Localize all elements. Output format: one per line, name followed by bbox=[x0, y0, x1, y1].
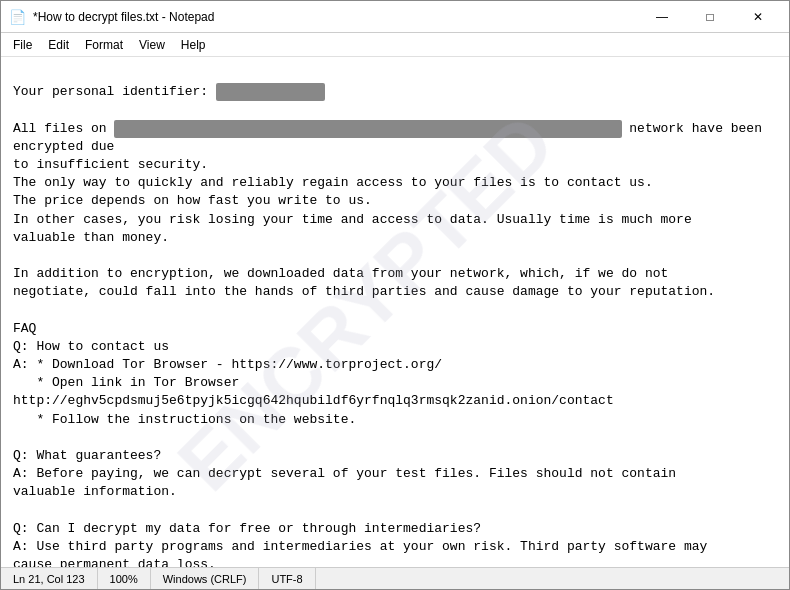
line-allfirst: All files on bbox=[13, 121, 114, 136]
identifier-label: Your personal identifier: bbox=[13, 84, 216, 99]
identifier-value bbox=[216, 83, 325, 101]
notepad-window: 📄 *How to decrypt files.txt - Notepad — … bbox=[0, 0, 790, 590]
text-area[interactable]: Your personal identifier: All files on n… bbox=[1, 57, 789, 567]
line-allend: network have been encrypted due to insuf… bbox=[13, 121, 770, 567]
maximize-button[interactable]: □ bbox=[687, 3, 733, 31]
close-button[interactable]: ✕ bbox=[735, 3, 781, 31]
menu-help[interactable]: Help bbox=[173, 33, 214, 56]
menu-format[interactable]: Format bbox=[77, 33, 131, 56]
minimize-button[interactable]: — bbox=[639, 3, 685, 31]
menu-edit[interactable]: Edit bbox=[40, 33, 77, 56]
notepad-content: Your personal identifier: All files on n… bbox=[13, 65, 777, 567]
menu-file[interactable]: File bbox=[5, 33, 40, 56]
redacted-hostname bbox=[114, 120, 621, 138]
title-bar-controls: — □ ✕ bbox=[639, 3, 781, 31]
status-bar: Ln 21, Col 123 100% Windows (CRLF) UTF-8 bbox=[1, 567, 789, 589]
title-bar: 📄 *How to decrypt files.txt - Notepad — … bbox=[1, 1, 789, 33]
cursor-position: Ln 21, Col 123 bbox=[9, 568, 98, 589]
title-bar-left: 📄 *How to decrypt files.txt - Notepad bbox=[9, 9, 214, 25]
menu-bar: File Edit Format View Help bbox=[1, 33, 789, 57]
menu-view[interactable]: View bbox=[131, 33, 173, 56]
line-ending: Windows (CRLF) bbox=[151, 568, 260, 589]
app-icon: 📄 bbox=[9, 9, 25, 25]
content-area: ENCRYPTED Your personal identifier: All … bbox=[1, 57, 789, 567]
window-title: *How to decrypt files.txt - Notepad bbox=[33, 10, 214, 24]
encoding: UTF-8 bbox=[259, 568, 315, 589]
zoom-level: 100% bbox=[98, 568, 151, 589]
